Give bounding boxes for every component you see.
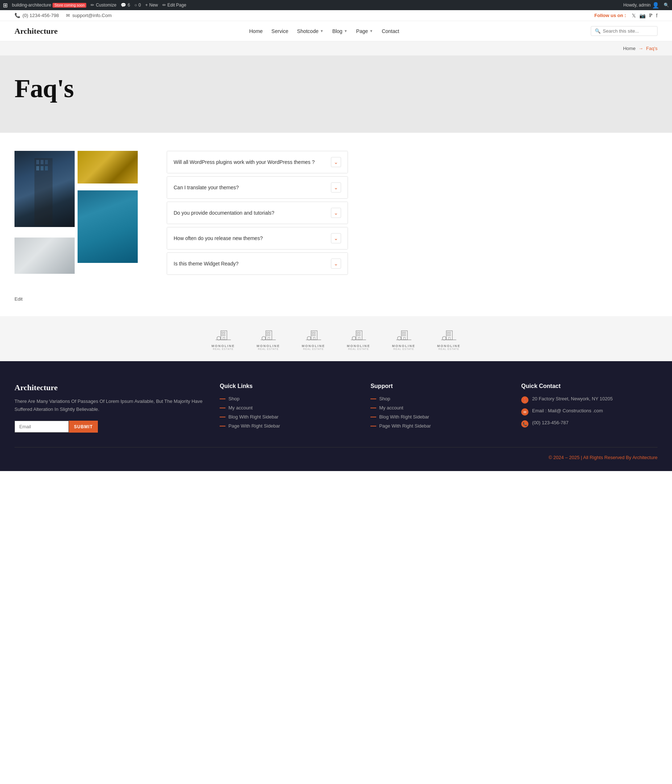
main-nav: Architecture Home Service Shotcode ▼ Blo…	[0, 21, 672, 41]
faq-toggle-icon-3[interactable]: ⌄	[331, 208, 341, 218]
footer-quicklinks-title: Quick Links	[220, 383, 356, 389]
email-address: support@info.Com	[72, 13, 112, 18]
svg-rect-11	[222, 334, 223, 336]
new-btn[interactable]: + New	[145, 3, 158, 8]
logo-item-1: MONOLINE REAL ESTATE	[212, 327, 235, 350]
search-input[interactable]	[603, 28, 653, 34]
footer-email-input[interactable]	[14, 421, 69, 432]
site-name-label: building-architecture	[12, 3, 51, 8]
footer-support-page[interactable]: Page With Right Sidebar	[371, 423, 507, 429]
svg-rect-10	[223, 332, 225, 333]
site-name-bar[interactable]: building-architecture Store coming soon	[12, 3, 86, 8]
nav-contact[interactable]: Contact	[382, 28, 399, 34]
logo-subtext-4: REAL ESTATE	[348, 348, 369, 350]
edit-link[interactable]: Edit	[14, 296, 22, 302]
customize-btn[interactable]: ✏ Customize	[91, 3, 116, 8]
faq-toggle-1[interactable]: Will all WordPress plugins work with you…	[167, 151, 348, 173]
logo-text-3: MONOLINE	[302, 344, 326, 348]
svg-point-31	[352, 336, 356, 340]
faq-toggle-icon-4[interactable]: ⌄	[331, 233, 341, 243]
faq-toggle-3[interactable]: Do you provide documentation and tutoria…	[167, 202, 348, 224]
svg-rect-18	[269, 332, 270, 333]
logo-subtext-3: REAL ESTATE	[303, 348, 324, 350]
follow-text: Follow us on :	[594, 13, 626, 18]
breadcrumb: Home → Faq's	[0, 41, 672, 56]
contact-info: 📞 (0) 1234-456-798 ✉ support@info.Com	[14, 13, 112, 18]
faq-toggle-icon-1[interactable]: ⌄	[331, 157, 341, 167]
footer-support-shop[interactable]: Shop	[371, 396, 507, 401]
comments-btn[interactable]: 💬 6	[121, 3, 130, 8]
search-box[interactable]: 🔍	[591, 26, 658, 36]
twitter-icon[interactable]: 𝕏	[632, 13, 636, 19]
logo-icon-6	[440, 327, 458, 344]
search-admin-btn[interactable]: 🔍	[664, 3, 669, 8]
footer-support-blog[interactable]: Blog With Right Sidebar	[371, 414, 507, 420]
faq-toggle-icon-5[interactable]: ⌄	[331, 258, 341, 269]
faq-item-1: Will all WordPress plugins work with you…	[167, 151, 348, 173]
nav-shotcode[interactable]: Shotcode ▼	[297, 28, 324, 34]
nav-menu: Home Service Shotcode ▼ Blog ▼ Page ▼ Co…	[249, 28, 399, 34]
gallery-image-tall	[14, 151, 74, 235]
support-dash-2	[371, 408, 376, 408]
logo-text-2: MONOLINE	[257, 344, 280, 348]
nav-page[interactable]: Page ▼	[356, 28, 373, 34]
wp-logo[interactable]: ⊞	[3, 2, 8, 9]
logo-subtext-2: REAL ESTATE	[258, 348, 279, 350]
footer-dash-icon-4	[220, 426, 225, 426]
nav-home[interactable]: Home	[249, 28, 263, 34]
footer-dash-icon	[220, 398, 225, 399]
logo-icon-5	[395, 327, 413, 344]
footer-arch-link[interactable]: Architecture	[633, 455, 658, 460]
page-hero: Faq's	[0, 56, 672, 133]
logo-item-2: MONOLINE REAL ESTATE	[257, 327, 280, 350]
faq-item-4: How often do you release new themes? ⌄	[167, 227, 348, 249]
faq-toggle-2[interactable]: Can I translate your themes? ⌄	[167, 177, 348, 198]
bubble-icon: ○	[135, 3, 137, 8]
user-avatar-icon: 👤	[652, 2, 659, 9]
footer-link-page-sidebar[interactable]: Page With Right Sidebar	[220, 423, 356, 429]
faq-toggle-icon-2[interactable]: ⌄	[331, 182, 341, 193]
phone-contact: 📞 (0) 1234-456-798	[14, 13, 59, 18]
footer-bottom: © 2024 – 2025 | All Rights Reserved By A…	[14, 447, 658, 460]
footer-link-myaccount[interactable]: My account	[220, 405, 356, 411]
bubbles-btn[interactable]: ○ 0	[135, 3, 141, 8]
footer-support-myaccount[interactable]: My account	[371, 405, 507, 411]
svg-rect-41	[402, 332, 404, 333]
footer-brand: Architecture There Are Many Variations O…	[14, 383, 205, 432]
footer-link-shop[interactable]: Shop	[220, 396, 356, 401]
breadcrumb-current: Faq's	[646, 46, 658, 51]
faq-question-2: Can I translate your themes?	[174, 185, 239, 190]
svg-rect-33	[357, 332, 358, 333]
instagram-icon[interactable]: 📷	[639, 13, 646, 19]
gallery-image-mid-right	[78, 190, 138, 278]
footer-copyright: © 2024 – 2025 | All Rights Reserved By	[548, 455, 631, 460]
facebook-icon[interactable]: f	[656, 13, 658, 19]
svg-rect-51	[447, 334, 449, 336]
plus-icon: +	[145, 3, 148, 8]
svg-rect-34	[359, 332, 360, 333]
footer-support-title: Support	[371, 383, 507, 389]
footer-link-blog-sidebar[interactable]: Blog With Right Sidebar	[220, 414, 356, 420]
svg-rect-28	[314, 334, 315, 336]
nav-blog[interactable]: Blog ▼	[332, 28, 348, 34]
svg-point-39	[397, 336, 401, 340]
edit-page-btn[interactable]: ✏ Edit Page	[162, 3, 186, 8]
svg-rect-27	[312, 334, 313, 336]
faq-toggle-4[interactable]: How often do you release new themes? ⌄	[167, 227, 348, 249]
wp-icon: ⊞	[3, 2, 8, 9]
logo-text-1: MONOLINE	[212, 344, 235, 348]
nav-service[interactable]: Service	[272, 28, 289, 34]
mail-icon: ✉	[66, 13, 70, 18]
footer-submit-button[interactable]: SUBMIT	[69, 421, 98, 432]
faq-toggle-5[interactable]: Is this theme Widget Ready? ⌄	[167, 253, 348, 274]
breadcrumb-home[interactable]: Home	[623, 46, 636, 51]
footer-contact-email: ✉ Email : Mail@ Constructions .com	[521, 408, 658, 415]
pinterest-icon[interactable]: 𝐏	[649, 12, 652, 19]
main-content: Will all WordPress plugins work with you…	[0, 133, 362, 296]
svg-rect-13	[223, 337, 225, 340]
admin-bar: ⊞ building-architecture Store coming soo…	[0, 0, 672, 10]
logo-subtext-5: REAL ESTATE	[393, 348, 414, 350]
footer-support-col: Support Shop My account Blog With Right …	[371, 383, 507, 432]
logo-text-5: MONOLINE	[392, 344, 416, 348]
site-title[interactable]: Architecture	[14, 26, 57, 36]
